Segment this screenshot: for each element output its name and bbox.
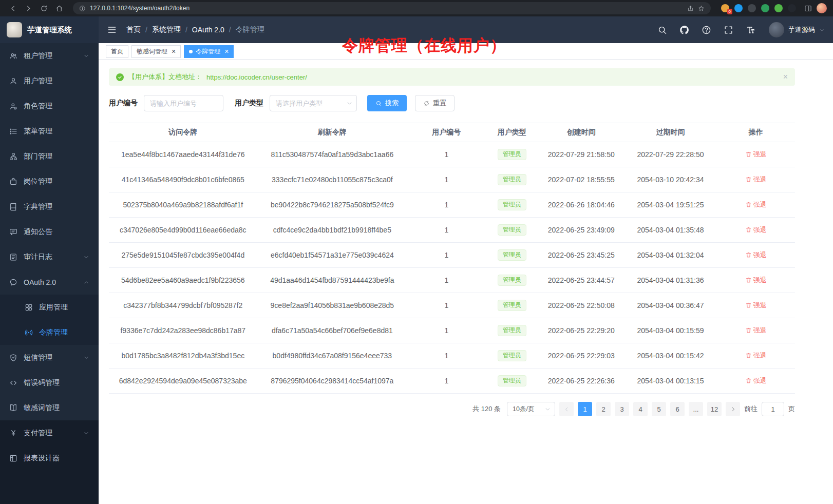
sidebar-item-label: 应用管理 bbox=[39, 303, 68, 312]
user-id-input[interactable] bbox=[144, 95, 223, 111]
sidebar-item-post[interactable]: 岗位管理 bbox=[0, 169, 99, 194]
sidebar-item-code[interactable]: 错误码管理 bbox=[0, 370, 99, 395]
force-logout-button[interactable]: 强退 bbox=[745, 225, 767, 235]
url-text[interactable]: 127.0.0.1:1024/system/oauth2/token bbox=[90, 5, 190, 12]
page-size-select[interactable] bbox=[507, 402, 555, 416]
user-icon bbox=[9, 77, 17, 85]
pagination-page-1[interactable]: 1 bbox=[578, 402, 592, 416]
force-logout-button[interactable]: 强退 bbox=[745, 301, 767, 310]
pagination-page-5[interactable]: 5 bbox=[652, 402, 666, 416]
table-row: 6d842e2924594de9a09e45e087323abe8796295f… bbox=[109, 369, 795, 394]
breadcrumb-separator: / bbox=[229, 26, 231, 34]
tab-close-icon[interactable]: × bbox=[172, 48, 176, 55]
extension-icon[interactable] bbox=[774, 4, 783, 12]
fullscreen-icon[interactable] bbox=[724, 25, 733, 35]
browser-home-button[interactable] bbox=[52, 2, 66, 15]
access-token-cell: c347026e805e4d99b0d116eae66eda8c bbox=[109, 218, 257, 243]
pagination-next-button[interactable] bbox=[726, 402, 740, 416]
sidebar-item-users[interactable]: 租户管理 bbox=[0, 43, 99, 68]
force-logout-button[interactable]: 强退 bbox=[745, 200, 767, 209]
extension-icon[interactable] bbox=[788, 4, 796, 12]
browser-profile-avatar[interactable] bbox=[817, 3, 827, 13]
side-panel-icon[interactable] bbox=[801, 2, 815, 15]
breadcrumb-item[interactable]: 系统管理 bbox=[152, 25, 181, 34]
user-menu[interactable]: 芋道源码 bbox=[769, 22, 825, 37]
force-logout-button[interactable]: 强退 bbox=[745, 351, 767, 360]
pagination-page-12[interactable]: 12 bbox=[707, 402, 722, 416]
tab-令牌管理[interactable]: 令牌管理× bbox=[184, 45, 234, 58]
sidebar-item-report[interactable]: 报表设计器 bbox=[0, 445, 99, 471]
reset-button[interactable]: 重置 bbox=[415, 95, 455, 111]
github-icon[interactable] bbox=[679, 25, 689, 35]
browser-forward-button[interactable] bbox=[22, 2, 35, 15]
sidebar-item-token[interactable]: 令牌管理 bbox=[0, 320, 99, 345]
tab-敏感词管理[interactable]: 敏感词管理× bbox=[131, 45, 181, 58]
breadcrumb-item[interactable]: OAuth 2.0 bbox=[192, 26, 224, 34]
breadcrumb-item[interactable]: 首页 bbox=[126, 25, 141, 34]
extension-badge: 0 bbox=[727, 9, 732, 14]
sidebar-item-user[interactable]: 用户管理 bbox=[0, 68, 99, 93]
extension-icon[interactable] bbox=[734, 4, 743, 12]
doc-link[interactable]: https://doc.iocoder.cn/user-center/ bbox=[206, 73, 307, 81]
table-row: 1ea5e44f8bc1467aaede43144f31de76811c5304… bbox=[109, 142, 795, 167]
user-type-cell: 管理员 bbox=[485, 243, 538, 268]
sidebar-item-log[interactable]: 审计日志 bbox=[0, 244, 99, 269]
help-icon[interactable] bbox=[702, 25, 711, 35]
extension-icon[interactable]: 0 bbox=[721, 4, 729, 12]
sidebar-item-sms[interactable]: 短信管理 bbox=[0, 345, 99, 370]
table-row: 54d6be82ee5a460a9aedc1f9bf22365649d1aa46… bbox=[109, 268, 795, 293]
pagination-page-6[interactable]: 6 bbox=[670, 402, 685, 416]
sidebar-item-pay[interactable]: 支付管理 bbox=[0, 420, 99, 445]
pagination-page-2[interactable]: 2 bbox=[596, 402, 611, 416]
pagination-more[interactable]: ... bbox=[689, 402, 703, 416]
action-cell: 强退 bbox=[717, 167, 795, 192]
tab-首页[interactable]: 首页 bbox=[106, 45, 128, 58]
sidebar-item-app[interactable]: 应用管理 bbox=[0, 295, 99, 320]
user-type-select[interactable] bbox=[270, 95, 357, 111]
app-logo[interactable]: 芋道管理系统 bbox=[0, 16, 99, 43]
search-icon[interactable] bbox=[657, 25, 667, 35]
force-logout-button[interactable]: 强退 bbox=[745, 175, 767, 184]
search-button[interactable]: 搜索 bbox=[367, 95, 407, 111]
force-logout-button[interactable]: 强退 bbox=[745, 326, 767, 335]
sidebar-item-label: 报表设计器 bbox=[24, 454, 60, 463]
pagination-page-4[interactable]: 4 bbox=[633, 402, 648, 416]
breadcrumb-item: 令牌管理 bbox=[236, 25, 264, 34]
force-logout-button[interactable]: 强退 bbox=[745, 150, 767, 159]
browser-reload-button[interactable] bbox=[37, 2, 50, 15]
table-row: c342377bf8b344799dcbf7bf095287f29ce8ef2a… bbox=[109, 293, 795, 318]
browser-back-button[interactable] bbox=[6, 2, 20, 15]
share-icon[interactable] bbox=[687, 5, 694, 12]
sidebar-item-label: 审计日志 bbox=[24, 253, 52, 262]
tab-close-icon[interactable]: × bbox=[224, 48, 229, 55]
collapse-menu-icon[interactable] bbox=[107, 25, 117, 35]
force-logout-button[interactable]: 强退 bbox=[745, 250, 767, 260]
sidebar-item-dict[interactable]: 字典管理 bbox=[0, 194, 99, 219]
bookmark-star-icon[interactable] bbox=[698, 5, 705, 12]
force-logout-button[interactable]: 强退 bbox=[745, 276, 767, 285]
sidebar-item-menu[interactable]: 菜单管理 bbox=[0, 119, 99, 144]
user-type-tag: 管理员 bbox=[498, 174, 526, 185]
sidebar-item-message[interactable]: 通知公告 bbox=[0, 219, 99, 244]
user-type-select-input[interactable] bbox=[270, 95, 357, 111]
goto-page-input[interactable] bbox=[762, 402, 784, 416]
site-info-icon[interactable] bbox=[79, 5, 86, 12]
table-row: 502375b8040a469a9b82188afdf6af1fbe90422b… bbox=[109, 192, 795, 218]
extension-icon[interactable] bbox=[761, 4, 769, 12]
pagination-prev-button[interactable] bbox=[559, 402, 574, 416]
sidebar-item-role[interactable]: 角色管理 bbox=[0, 93, 99, 119]
force-logout-button[interactable]: 强退 bbox=[745, 376, 767, 385]
create-time-cell: 2022-07-29 21:58:50 bbox=[538, 142, 624, 167]
sidebar-item-tree[interactable]: 部门管理 bbox=[0, 144, 99, 169]
sidebar-item-sensitive[interactable]: 敏感词管理 bbox=[0, 395, 99, 420]
user-type-cell: 管理员 bbox=[485, 343, 538, 369]
extension-icon[interactable] bbox=[748, 4, 756, 12]
alert-close-icon[interactable]: × bbox=[783, 73, 788, 81]
page-size-value[interactable] bbox=[507, 402, 555, 416]
sidebar-item-oauth[interactable]: OAuth 2.0 bbox=[0, 269, 99, 295]
expire-time-cell: 2054-03-04 01:35:48 bbox=[624, 218, 716, 243]
sidebar-item-label: 租户管理 bbox=[24, 51, 52, 61]
pagination-page-3[interactable]: 3 bbox=[615, 402, 629, 416]
font-size-icon[interactable] bbox=[746, 25, 755, 35]
url-bar[interactable]: 127.0.0.1:1024/system/oauth2/token bbox=[73, 2, 711, 14]
